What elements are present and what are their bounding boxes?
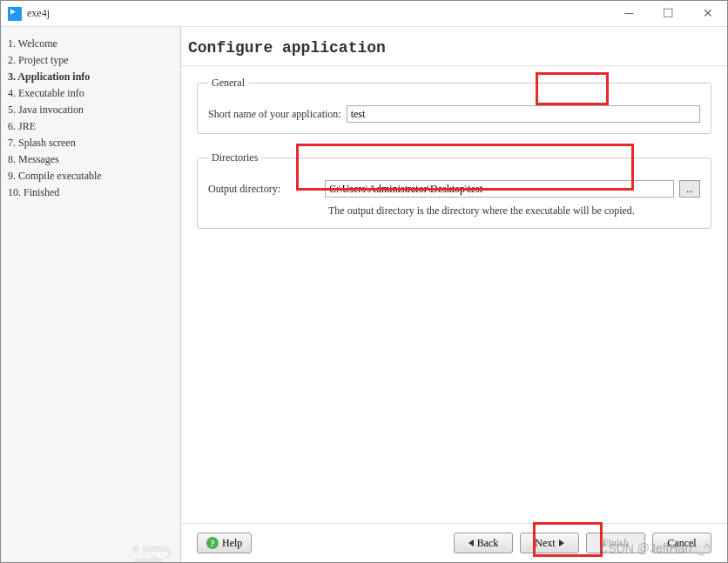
step-executable-info[interactable]: 4. Executable info <box>4 85 177 102</box>
help-icon: ? <box>206 537 219 549</box>
step-finished[interactable]: 10. Finished <box>4 184 177 201</box>
step-project-type[interactable]: 2. Project type <box>4 52 177 69</box>
next-button[interactable]: Next <box>520 533 579 553</box>
finish-button[interactable]: Finish <box>586 533 645 553</box>
cancel-button[interactable]: Cancel <box>652 533 711 553</box>
step-jre[interactable]: 6. JRE <box>4 118 177 135</box>
step-welcome[interactable]: 1. Welcome <box>4 36 177 52</box>
step-messages[interactable]: 8. Messages <box>4 151 177 168</box>
content-header: Configure application <box>181 27 727 66</box>
step-compile-executable[interactable]: 9. Compile executable <box>4 168 177 184</box>
step-java-invocation[interactable]: 5. Java invocation <box>4 102 177 118</box>
output-dir-input[interactable] <box>325 180 674 198</box>
content-body: General Short name of your application: … <box>181 66 727 523</box>
wizard-sidebar: 1. Welcome 2. Project type 3. Applicatio… <box>1 27 181 562</box>
bottom-bar: ? Help Back Next Finish Cancel <box>181 523 727 562</box>
minimize-button[interactable]: ─ <box>610 1 649 27</box>
general-legend: General <box>208 77 248 90</box>
general-fieldset: General Short name of your application: <box>197 77 711 134</box>
short-name-label: Short name of your application: <box>208 108 341 121</box>
content-pane: Configure application General Short name… <box>181 27 727 562</box>
step-application-info[interactable]: 3. Application info <box>4 69 177 85</box>
directories-legend: Directories <box>208 151 261 164</box>
window-title: exe4j <box>27 7 50 20</box>
titlebar: exe4j ─ ☐ ✕ <box>1 1 727 27</box>
close-button[interactable]: ✕ <box>688 1 727 27</box>
step-splash-screen[interactable]: 7. Splash screen <box>4 135 177 151</box>
maximize-button[interactable]: ☐ <box>649 1 688 27</box>
directories-fieldset: Directories Output directory: ... The ou… <box>197 151 711 229</box>
sidebar-watermark: exe4j <box>124 545 172 563</box>
page-title: Configure application <box>188 39 720 57</box>
output-dir-label: Output directory: <box>208 183 320 196</box>
browse-button[interactable]: ... <box>679 180 700 198</box>
arrow-left-icon <box>468 540 474 546</box>
arrow-right-icon <box>559 540 564 546</box>
short-name-input[interactable] <box>347 105 700 123</box>
output-dir-help: The output directory is the directory wh… <box>328 204 700 218</box>
help-button[interactable]: ? Help <box>197 533 252 553</box>
back-button[interactable]: Back <box>454 533 513 553</box>
app-icon <box>8 7 22 21</box>
